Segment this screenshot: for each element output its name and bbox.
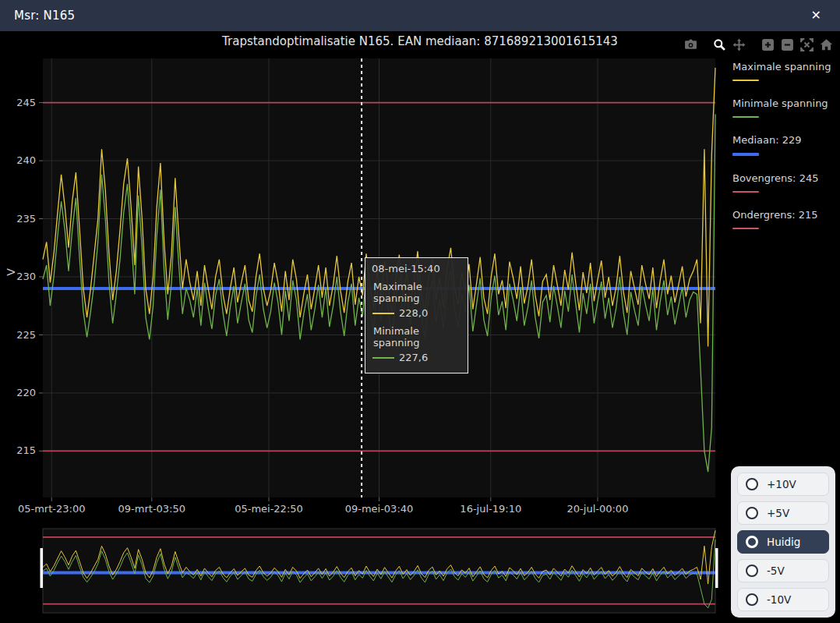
legend-label: Mediaan: 229 [732,134,835,146]
x-tick-label: 16-jul-19:10 [448,503,534,515]
x-tick-label: 05-mrt-23:00 [9,503,94,515]
legend: Maximale spanning Minimale spanning Medi… [732,61,835,246]
rangeslider-handle-right[interactable] [715,548,718,588]
radio-option-plus10v[interactable]: +10V [737,473,829,496]
trapstand-control-panel: +10V +5V Huidig -5V -10V [731,466,835,618]
legend-line-swatch [732,80,759,81]
legend-item-mediaan[interactable]: Mediaan: 229 [732,134,835,156]
rangeslider-handle-left[interactable] [41,548,44,588]
legend-label: Minimale spanning [732,97,835,109]
x-tick-label: 09-mrt-03:50 [109,503,195,515]
tooltip-line-swatch [372,357,394,359]
radio-option-huidig[interactable]: Huidig [737,530,829,554]
close-icon[interactable]: ✕ [806,8,826,23]
radio-icon [746,507,758,519]
tooltip-line-swatch [372,313,394,314]
radio-option-min10v[interactable]: -10V [737,588,829,611]
radio-icon [746,593,758,606]
radio-option-min5v[interactable]: -5V [737,559,829,582]
zoom-in-icon[interactable] [760,37,775,52]
legend-item-min-spanning[interactable]: Minimale spanning [732,97,835,118]
tooltip-value: 228,0 [399,307,428,319]
x-tick-label: 05-mei-22:50 [226,503,312,515]
radio-icon [746,478,758,490]
legend-line-swatch [732,191,759,193]
legend-line-swatch [732,153,759,156]
x-tick-label: 09-mei-03:40 [337,503,422,515]
legend-label: Ondergrens: 215 [732,209,835,221]
legend-label: Maximale spanning [732,61,835,73]
x-tick-label: 20-jul-00:00 [555,503,641,515]
radio-label: -10V [767,593,791,606]
zoom-out-icon[interactable] [779,37,795,52]
y-tick-label: 225 [0,329,36,341]
tooltip-series-label: Minimale spanning [373,325,461,349]
y-tick-label: 240 [0,154,36,166]
tooltip-value: 227,6 [399,352,428,363]
tooltip-series-label: Maximale spanning [373,281,461,304]
zoom-tool-icon[interactable] [711,37,727,52]
radio-label: +10V [767,478,796,490]
radio-icon [746,565,758,577]
legend-label: Bovengrens: 245 [732,172,835,184]
camera-icon[interactable] [683,37,698,52]
app-window: Msr: N165 ✕ Trapstandoptimalisatie N165.… [0,0,840,623]
modebar [679,37,834,52]
radio-label: -5V [767,565,785,577]
y-tick-label: 245 [0,97,36,108]
legend-item-bovengrens[interactable]: Bovengrens: 245 [732,172,835,193]
legend-line-swatch [732,116,759,118]
tooltip-date: 08-mei-15:40 [372,263,461,274]
legend-item-ondergrens[interactable]: Ondergrens: 215 [732,209,835,229]
window-title: Msr: N165 [14,9,75,23]
y-tick-label: 235 [0,213,36,225]
y-tick-label: 215 [0,444,36,456]
autoscale-icon[interactable] [799,37,814,52]
home-icon[interactable] [818,37,834,52]
legend-line-swatch [732,228,759,229]
radio-label: Huidig [767,536,800,548]
y-tick-label: 230 [0,271,36,282]
window-title-bar[interactable]: Msr: N165 ✕ [0,0,840,31]
radio-label: +5V [767,507,789,519]
radio-icon [746,536,758,548]
legend-item-max-spanning[interactable]: Maximale spanning [732,61,835,81]
y-tick-label: 220 [0,387,36,398]
radio-option-plus5v[interactable]: +5V [737,501,829,525]
hover-tooltip: 08-mei-15:40 Maximale spanning 228,0 Min… [365,257,468,373]
pan-tool-icon[interactable] [731,37,746,52]
